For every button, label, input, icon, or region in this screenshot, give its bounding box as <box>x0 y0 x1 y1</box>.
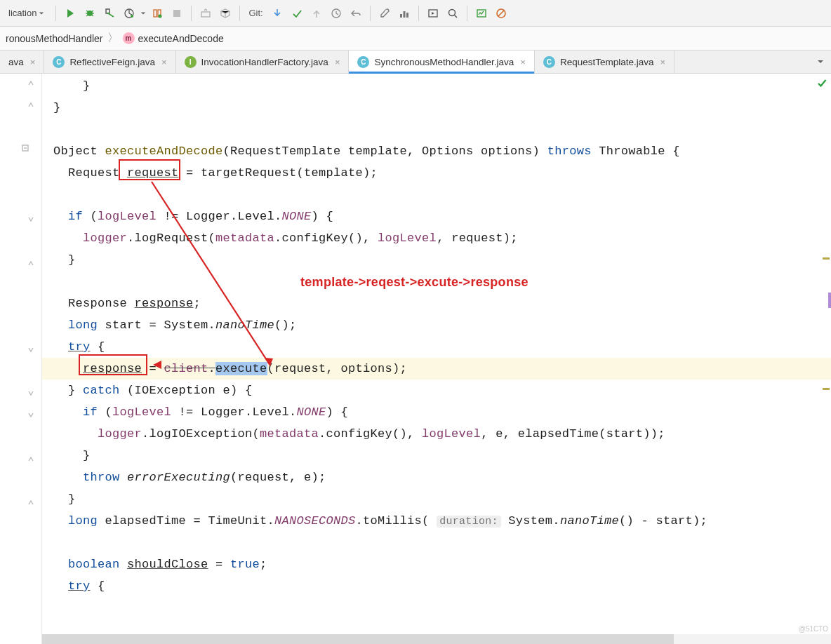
svg-line-4 <box>92 11 94 12</box>
update-button[interactable] <box>197 5 214 22</box>
svg-point-12 <box>159 14 162 18</box>
annotation-text: template->reqest->excute->response <box>300 271 528 293</box>
editor-tabs: ava × C ReflectiveFeign.java × I Invocat… <box>0 51 831 74</box>
terminal-button[interactable] <box>425 5 441 22</box>
class-icon: C <box>53 56 65 68</box>
profile-button[interactable] <box>121 5 138 22</box>
git-commit-button[interactable] <box>288 5 305 22</box>
svg-rect-16 <box>400 14 402 18</box>
fold-start-icon[interactable] <box>20 142 31 154</box>
wrench-button[interactable] <box>376 5 393 22</box>
editor-tab[interactable]: ava × <box>0 51 44 73</box>
toolbar-separator <box>191 6 192 21</box>
fold-end-icon[interactable] <box>25 497 36 508</box>
method-icon: m <box>123 32 135 44</box>
fold-start-icon[interactable] <box>25 214 36 225</box>
breadcrumb-separator-icon: 〉 <box>107 31 119 46</box>
svg-rect-17 <box>403 11 405 18</box>
code-area[interactable]: } } Object executeAndDecode(RequestTempl… <box>42 74 831 644</box>
class-icon: C <box>357 56 369 68</box>
disable-button[interactable] <box>493 5 510 22</box>
svg-rect-10 <box>154 10 157 17</box>
svg-rect-13 <box>173 10 180 17</box>
svg-line-6 <box>92 15 94 16</box>
svg-point-7 <box>107 12 109 14</box>
tabs-dropdown[interactable] <box>810 51 831 73</box>
editor-tab[interactable]: I InvocationHandlerFactory.java × <box>176 51 350 73</box>
monitor-button[interactable] <box>473 5 490 22</box>
editor-gutter[interactable] <box>0 74 42 644</box>
chevron-down-icon <box>817 58 824 65</box>
close-icon[interactable]: × <box>161 57 167 67</box>
fold-end-icon[interactable] <box>25 99 36 110</box>
attach-button[interactable] <box>149 5 166 22</box>
fold-start-icon[interactable] <box>25 410 36 421</box>
editor-tab[interactable]: C RequestTemplate.java × <box>535 51 674 73</box>
close-icon[interactable]: × <box>335 57 340 67</box>
chevron-down-icon <box>39 11 44 16</box>
editor-tab-active[interactable]: C SynchronousMethodHandler.java × <box>349 51 534 73</box>
editor: } } Object executeAndDecode(RequestTempl… <box>0 74 831 644</box>
fold-start-icon[interactable] <box>25 344 36 356</box>
dropdown-icon[interactable] <box>140 11 146 16</box>
git-push-button[interactable] <box>308 5 325 22</box>
toolbar-separator <box>370 6 371 21</box>
histogram-button[interactable] <box>396 5 413 22</box>
run-config-label: lication <box>8 8 36 18</box>
editor-tab[interactable]: C ReflectiveFeign.java × <box>44 51 175 73</box>
svg-rect-18 <box>406 13 408 18</box>
run-config-selector[interactable]: lication <box>3 8 50 18</box>
run-button[interactable] <box>62 5 79 22</box>
breadcrumb-class[interactable]: ronousMethodHandler <box>6 33 103 44</box>
breadcrumb-method[interactable]: m executeAndDecode <box>123 32 224 44</box>
toolbar-separator <box>55 6 56 21</box>
git-pull-button[interactable] <box>269 5 286 22</box>
coverage-button[interactable] <box>101 5 118 22</box>
close-icon[interactable]: × <box>520 57 526 67</box>
svg-line-5 <box>86 15 88 16</box>
interface-icon: I <box>185 56 197 68</box>
watermark: @51CTO <box>799 625 828 633</box>
class-icon: C <box>543 56 555 68</box>
fold-start-icon[interactable] <box>25 388 36 399</box>
git-history-button[interactable] <box>328 5 345 22</box>
svg-point-20 <box>448 9 455 15</box>
box-button[interactable] <box>217 5 234 22</box>
search-button[interactable] <box>444 5 461 22</box>
git-label: Git: <box>248 8 262 18</box>
svg-line-21 <box>454 15 457 18</box>
fold-end-icon[interactable] <box>25 257 36 269</box>
breadcrumb-bar: ronousMethodHandler 〉 m executeAndDecode <box>0 27 831 51</box>
svg-point-9 <box>131 15 133 18</box>
fold-end-icon[interactable] <box>25 77 36 88</box>
svg-rect-14 <box>201 12 210 17</box>
toolbar-separator <box>418 6 419 21</box>
main-toolbar: lication Git: <box>0 0 831 27</box>
svg-line-24 <box>498 11 504 16</box>
fold-end-icon[interactable] <box>25 453 36 464</box>
debug-button[interactable] <box>81 5 98 22</box>
undo-button[interactable] <box>347 5 364 22</box>
close-icon[interactable]: × <box>30 57 36 67</box>
stop-button[interactable] <box>168 5 185 22</box>
toolbar-separator <box>467 6 467 21</box>
close-icon[interactable]: × <box>660 57 666 67</box>
scrollbar-thumb[interactable] <box>42 634 674 644</box>
horizontal-scrollbar[interactable] <box>42 634 831 644</box>
toolbar-separator <box>239 6 240 21</box>
svg-line-3 <box>86 11 88 12</box>
